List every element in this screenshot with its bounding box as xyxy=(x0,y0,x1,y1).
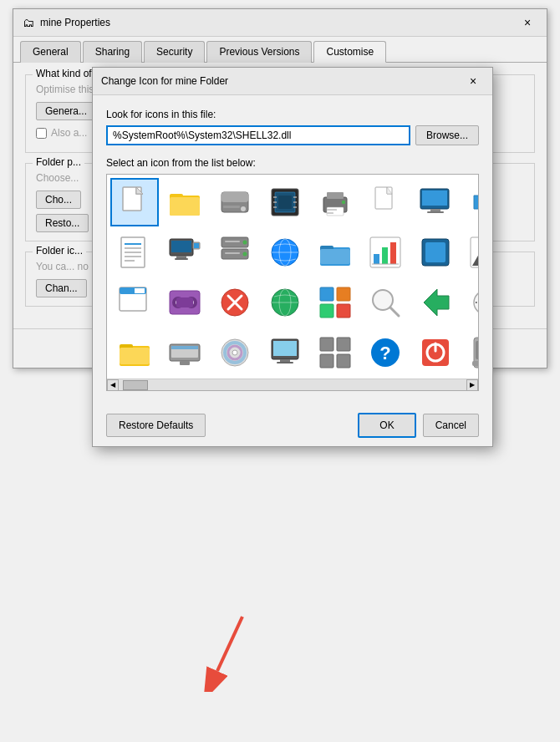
svg-rect-98 xyxy=(171,346,198,349)
svg-rect-48 xyxy=(225,252,240,254)
icon-cell-screen-blue[interactable] xyxy=(411,178,460,226)
icon-grid-container: ? xyxy=(106,174,479,391)
svg-line-84 xyxy=(390,307,399,316)
folder-icon: 🗂 xyxy=(22,16,35,29)
svg-rect-47 xyxy=(225,241,240,242)
icon-cell-tape[interactable] xyxy=(160,278,209,327)
svg-rect-29 xyxy=(427,211,444,213)
tab-security[interactable]: Security xyxy=(144,41,205,63)
icon-grid-scrollbar: ◀ ▶ xyxy=(107,379,478,390)
dialog-close-button[interactable]: × xyxy=(462,73,484,89)
icon-cell-green-arrow[interactable] xyxy=(411,278,460,327)
choose-button[interactable]: Cho... xyxy=(36,191,81,209)
icon-cell-hdd[interactable] xyxy=(211,178,259,226)
icon-cell-folder-yellow2[interactable] xyxy=(110,328,159,377)
svg-rect-58 xyxy=(390,242,396,264)
icon-cell-server[interactable] xyxy=(211,228,259,277)
dialog-content: Look for icons in this file: Browse... S… xyxy=(93,95,492,404)
file-path-input[interactable] xyxy=(106,125,410,145)
svg-rect-38 xyxy=(171,241,191,252)
svg-rect-66 xyxy=(135,288,145,293)
icon-cell-scanner[interactable] xyxy=(160,328,209,377)
file-label: Look for icons in this file: xyxy=(106,109,479,120)
svg-rect-99 xyxy=(180,361,190,365)
svg-rect-111 xyxy=(337,354,350,368)
icon-cell-blue-square[interactable] xyxy=(411,228,460,277)
scrollbar-thumb[interactable] xyxy=(123,380,148,390)
icon-cell-usb-partial[interactable] xyxy=(461,328,479,377)
properties-title-bar: 🗂 mine Properties × xyxy=(13,9,547,37)
icon-cell-globe2[interactable] xyxy=(261,278,309,327)
scrollbar-track[interactable] xyxy=(119,379,466,391)
icon-cell-cd[interactable] xyxy=(211,328,259,377)
icon-cell-blank-window[interactable] xyxy=(110,278,159,327)
tab-general[interactable]: General xyxy=(20,41,81,63)
tab-previous-versions[interactable]: Previous Versions xyxy=(206,41,312,63)
icon-cell-settings-clock[interactable] xyxy=(461,278,479,327)
browse-button[interactable]: Browse... xyxy=(415,125,479,145)
also-label: Also a... xyxy=(51,127,87,139)
tabs-bar: General Sharing Security Previous Versio… xyxy=(13,37,547,63)
icon-cell-expand-arrow[interactable] xyxy=(461,228,479,277)
svg-rect-95 xyxy=(120,348,150,364)
svg-rect-106 xyxy=(280,359,290,362)
icon-cell-delete[interactable] xyxy=(211,278,259,327)
scroll-left-arrow[interactable]: ◀ xyxy=(107,379,119,391)
icon-cell-puzzle[interactable] xyxy=(311,278,359,327)
icon-cell-search[interactable] xyxy=(361,278,410,327)
icon-cell-pc-screen[interactable] xyxy=(160,228,209,277)
svg-rect-81 xyxy=(320,304,333,318)
svg-rect-72 xyxy=(176,297,193,307)
icon-cell-globe[interactable] xyxy=(261,228,309,277)
svg-rect-105 xyxy=(273,341,297,356)
icon-cell-text-doc[interactable] xyxy=(110,228,159,277)
icon-cell-arrow-right[interactable] xyxy=(461,178,479,226)
change-icon-button[interactable]: Chan... xyxy=(36,279,87,297)
section2-label: Folder p... xyxy=(33,156,84,168)
properties-title: mine Properties xyxy=(40,17,110,28)
svg-rect-82 xyxy=(337,304,350,318)
svg-text:?: ? xyxy=(379,343,390,363)
svg-rect-80 xyxy=(337,287,350,301)
svg-rect-119 xyxy=(472,361,479,366)
general-button[interactable]: Genera... xyxy=(36,102,96,120)
icon-cell-chart[interactable] xyxy=(361,228,410,277)
icon-cell-printer[interactable] xyxy=(311,178,359,226)
tab-customise[interactable]: Customise xyxy=(313,41,386,63)
svg-rect-56 xyxy=(374,254,379,264)
restore-defaults-button[interactable]: Restore Defaults xyxy=(106,414,206,437)
svg-rect-110 xyxy=(320,354,333,368)
section3-label: Folder ic... xyxy=(33,245,86,257)
svg-rect-6 xyxy=(221,192,248,202)
dialog-title: Change Icon for mine Folder xyxy=(101,75,228,87)
svg-rect-107 xyxy=(277,362,293,363)
icon-cell-monitor[interactable] xyxy=(261,328,309,377)
icon-cell-folder-open[interactable] xyxy=(311,228,359,277)
icon-cell-power-red[interactable] xyxy=(411,328,460,377)
icon-cell-blank-page[interactable] xyxy=(110,178,159,226)
also-checkbox[interactable] xyxy=(36,128,47,139)
icon-cell-folder-yellow[interactable] xyxy=(160,178,209,226)
svg-rect-11 xyxy=(278,196,292,209)
icon-cell-circuit[interactable] xyxy=(261,178,309,226)
dialog-cancel-button[interactable]: Cancel xyxy=(423,414,479,437)
dialog-ok-button[interactable]: OK xyxy=(358,413,415,438)
svg-rect-108 xyxy=(320,338,333,351)
title-bar-left: 🗂 mine Properties xyxy=(22,16,110,29)
dialog-title-bar: Change Icon for mine Folder × xyxy=(93,68,492,95)
restore-button[interactable]: Resto... xyxy=(36,214,89,232)
change-icon-dialog: Change Icon for mine Folder × Look for i… xyxy=(92,67,493,447)
properties-close-button[interactable]: × xyxy=(517,14,538,31)
icon-cell-grid[interactable] xyxy=(311,328,359,377)
icon-grid: ? xyxy=(107,175,478,380)
svg-marker-30 xyxy=(474,191,479,214)
icon-cell-help[interactable]: ? xyxy=(361,328,410,377)
svg-line-121 xyxy=(217,617,242,671)
svg-rect-28 xyxy=(430,209,440,211)
svg-rect-57 xyxy=(382,247,388,264)
icon-cell-document-blank[interactable] xyxy=(361,178,410,226)
svg-rect-54 xyxy=(320,249,350,264)
scroll-right-arrow[interactable]: ▶ xyxy=(466,379,478,391)
tab-sharing[interactable]: Sharing xyxy=(83,41,142,63)
svg-rect-21 xyxy=(342,201,345,204)
